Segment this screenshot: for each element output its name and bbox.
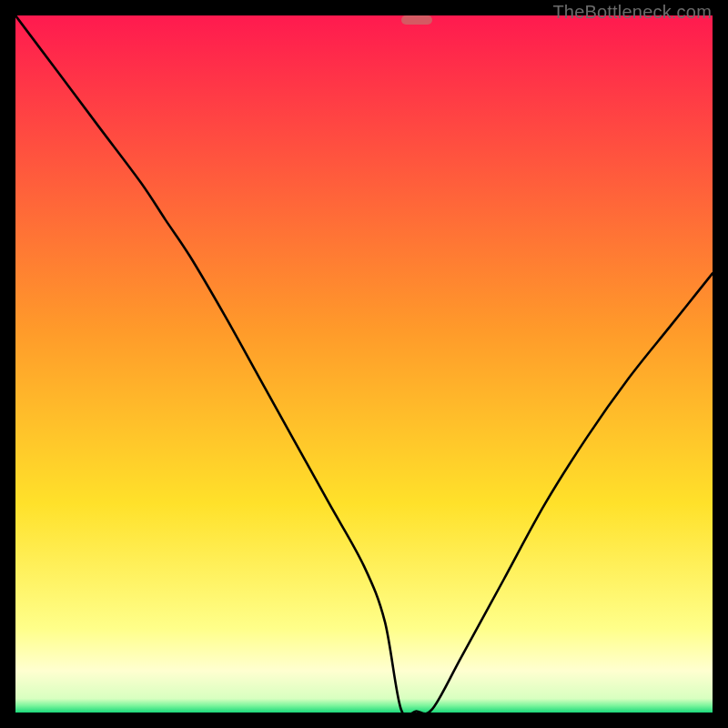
plot-area bbox=[15, 15, 713, 713]
chart-frame: TheBottleneck.com bbox=[0, 0, 728, 728]
watermark-text: TheBottleneck.com bbox=[552, 2, 712, 23]
optimal-marker bbox=[401, 15, 433, 25]
